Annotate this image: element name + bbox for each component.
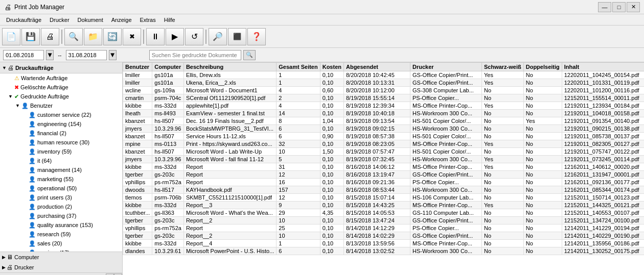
table-row[interactable]: lmillergs101aUkena, Erica__2.xls10,108/2… xyxy=(123,79,645,87)
expand-icon[interactable]: ▶ xyxy=(2,265,6,270)
table-row[interactable]: lmillergs101aEllis, Drew.xls10,108/20/20… xyxy=(123,71,645,79)
sidebar-item-operational[interactable]: 👤 operational (50) xyxy=(0,184,122,193)
menu-hilfe[interactable]: Hilfe xyxy=(160,16,179,24)
expand-icon[interactable] xyxy=(8,76,14,81)
restart-button[interactable]: ↺ xyxy=(185,28,203,45)
pause-button[interactable]: ⏸ xyxy=(146,28,165,45)
col-computer[interactable]: Computer xyxy=(152,63,184,71)
sidebar-item-geloeschte[interactable]: ✖ Gelöschte Aufträge xyxy=(0,83,122,92)
delete-button[interactable]: ✖ xyxy=(123,28,141,45)
expand-icon[interactable] xyxy=(22,112,29,117)
sidebar-item-gedruckte[interactable]: ▼ ✔ Gedruckte Aufträge xyxy=(0,92,122,101)
sidebar-item-engineering[interactable]: 👤 engineering (154) xyxy=(0,119,122,129)
menu-anzeige[interactable]: Anzeige xyxy=(107,16,136,24)
menu-dokument[interactable]: Dokument xyxy=(74,16,107,24)
expand-icon[interactable] xyxy=(22,131,29,136)
table-row[interactable]: vphillipsps-rm752aReport160,108/16/2018 … xyxy=(123,179,645,186)
maximize-button[interactable]: □ xyxy=(612,2,626,12)
sidebar-item-services[interactable]: 👤 services (17) xyxy=(0,248,122,252)
date-to-dropdown[interactable]: ▼ xyxy=(109,50,117,60)
sidebar-item-human-resource[interactable]: 👤 human resource (30) xyxy=(0,138,122,147)
sidebar-item-marketing[interactable]: 👤 marketing (55) xyxy=(0,174,122,184)
table-row[interactable]: jmyers10.3.29.96Microsoft Word - fall fi… xyxy=(123,156,645,163)
expand-icon[interactable] xyxy=(22,241,29,246)
table-row[interactable]: jmyers10.3.29.96BockStatsMWPTBRG_31_Test… xyxy=(123,125,645,133)
table-row[interactable]: wclinegs-109aMicrosoft Word - Document14… xyxy=(123,87,645,94)
expand-icon[interactable] xyxy=(22,158,29,163)
table-row[interactable]: tlemospsrm-706bSKMBT_C55211121510000[1].… xyxy=(123,194,645,202)
save-button[interactable]: 💾 xyxy=(21,28,40,45)
col-doppelseitig[interactable]: Doppelseitig xyxy=(523,63,562,71)
date-from-dropdown[interactable]: ▼ xyxy=(46,50,54,60)
col-inhalt[interactable]: Inhalt xyxy=(562,63,644,71)
col-gesamt-seiten[interactable]: Gesamt Seiten xyxy=(277,63,320,71)
sidebar-item-customer-service[interactable]: 👤 customer service (22) xyxy=(0,110,122,119)
search-input[interactable] xyxy=(149,50,241,60)
play-button[interactable]: ▶ xyxy=(166,28,184,45)
search-button[interactable]: 🔍 xyxy=(64,28,83,45)
new-button[interactable]: 📄 xyxy=(2,28,20,45)
col-abgesendet[interactable]: Abgesendet xyxy=(343,63,410,71)
sidebar-item-wartende[interactable]: ⚠ Wartende Aufträge xyxy=(0,73,122,83)
sidebar-item-quality-asurance[interactable]: 👤 quality asurance (153) xyxy=(0,220,122,230)
table-area[interactable]: Benutzer Computer Beschreibung Gesamt Se… xyxy=(123,62,644,275)
date-from-input[interactable] xyxy=(3,50,44,60)
close-button[interactable]: ✕ xyxy=(627,2,640,12)
help-button[interactable]: ❓ xyxy=(247,28,266,45)
sidebar-item-management[interactable]: 👤 management (14) xyxy=(0,165,122,174)
sidebar-scroll-left[interactable]: ◀ xyxy=(106,273,114,276)
zoom-button[interactable]: 🔎 xyxy=(209,28,227,45)
table-row[interactable]: kbanzeths-ll507Service Hours 11-12.xls60… xyxy=(123,133,645,140)
table-row[interactable]: dwoodshs-ll517KAYHandbook.pdf1570,108/16… xyxy=(123,186,645,194)
sidebar-item-drucker[interactable]: ▶ 🖨 Drucker xyxy=(0,262,122,272)
sidebar-item-computer[interactable]: ▶ 🖥 Computer xyxy=(0,252,122,262)
sidebar-item-it[interactable]: 👤 it (64) xyxy=(0,156,122,165)
sidebar-item-print-users[interactable]: 👤 print users (3) xyxy=(0,193,122,202)
print-button[interactable]: 🖨 xyxy=(41,28,59,45)
sidebar-item-financial[interactable]: 👤 financial (2) xyxy=(0,129,122,138)
expand-icon[interactable] xyxy=(22,121,29,127)
table-row[interactable]: lheathms-ll493ExamView - semester 1 fina… xyxy=(123,110,645,117)
expand-icon[interactable] xyxy=(22,149,29,154)
table-row[interactable]: mpinems-0113Print - https://skyward.usd2… xyxy=(123,140,645,148)
expand-icon[interactable] xyxy=(8,85,14,90)
sidebar-item-sales[interactable]: 👤 sales (20) xyxy=(0,239,122,248)
menu-druckauftraege[interactable]: Druckaufträge xyxy=(2,16,45,24)
menu-drucker[interactable]: Drucker xyxy=(45,16,74,24)
date-to-input[interactable] xyxy=(66,50,107,60)
expand-icon[interactable] xyxy=(22,195,29,200)
col-beschreibung[interactable]: Beschreibung xyxy=(183,63,276,71)
col-drucker[interactable]: Drucker xyxy=(410,63,481,71)
sidebar-item-purchasing[interactable]: 👤 purchasing (37) xyxy=(0,211,122,220)
expand-icon[interactable]: ▼ xyxy=(8,94,14,99)
table-row[interactable]: tgerbergs-203cReport__2100,108/15/2018 1… xyxy=(123,217,645,224)
table-row[interactable]: kkibbems-332dReport__410,108/13/2018 13:… xyxy=(123,240,645,247)
table-row[interactable]: cmartinpsrm-704cSCentral Of11121909520[1… xyxy=(123,94,645,102)
minimize-button[interactable]: — xyxy=(598,2,611,12)
expand-icon[interactable] xyxy=(22,204,29,209)
table-row[interactable]: tgerbergs-203cReport__2100,108/14/2018 1… xyxy=(123,232,645,240)
expand-icon[interactable] xyxy=(22,213,29,218)
expand-icon[interactable] xyxy=(22,140,29,145)
table-row[interactable]: tgerbergs-203cReport120,108/16/2018 13:1… xyxy=(123,171,645,179)
sidebar-scroll-area[interactable]: ⚠ Wartende Aufträge ✖ Gelöschte Aufträge… xyxy=(0,73,122,252)
table-row[interactable]: tcuthber...gs-ll363Microsoft Word - What… xyxy=(123,209,645,217)
sidebar-item-inventory[interactable]: 👤 inventory (59) xyxy=(0,147,122,156)
table-row[interactable]: kbanzeths-ll507Microsoft Word - Lab Writ… xyxy=(123,148,645,156)
expand-icon[interactable]: ▼ xyxy=(15,103,21,108)
col-schwarz-weiss[interactable]: Schwarz-weiß xyxy=(481,63,523,71)
sidebar-expand-icon[interactable]: ▼ xyxy=(2,65,7,70)
export-button[interactable]: ⬛ xyxy=(228,28,246,45)
folder-button[interactable]: 📁 xyxy=(84,28,102,45)
refresh-button[interactable]: 🔄 xyxy=(103,28,122,45)
col-kosten[interactable]: Kosten xyxy=(320,63,343,71)
expand-icon[interactable] xyxy=(22,177,29,182)
table-row[interactable]: kkibbems-332dReport__390,108/15/2018 14:… xyxy=(123,202,645,209)
sidebar-item-production[interactable]: 👤 production (2) xyxy=(0,202,122,211)
expand-icon[interactable] xyxy=(22,222,29,228)
search-execute-button[interactable]: 🔍 xyxy=(243,50,256,60)
table-row[interactable]: kkibbems-332dReport310,108/16/2018 14:06… xyxy=(123,163,645,171)
sidebar-item-research[interactable]: 👤 research (59) xyxy=(0,230,122,239)
expand-icon[interactable]: ▶ xyxy=(2,255,6,260)
col-benutzer[interactable]: Benutzer xyxy=(123,63,152,71)
